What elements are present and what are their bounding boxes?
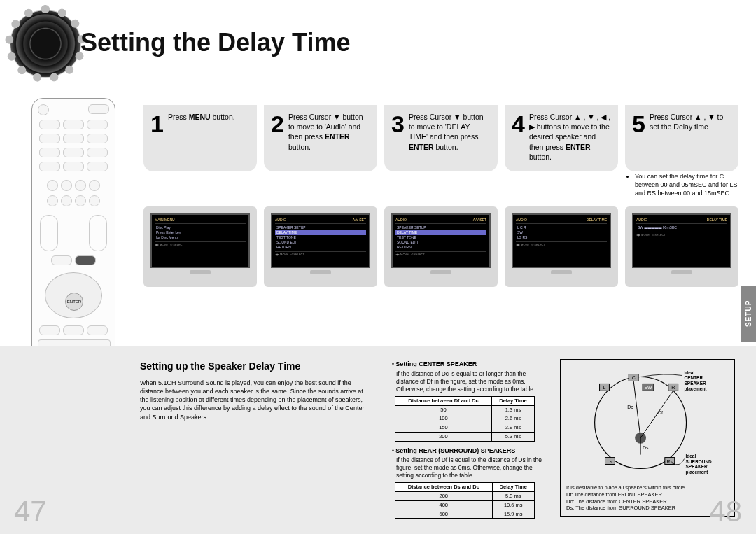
tv-screenshot-1: MAIN MENUDisc PlayPress Enter keyfor Dis… <box>144 206 257 287</box>
step-5: 5 Press Cursor ▲ , ▼ to set the Delay ti… <box>625 105 738 171</box>
center-delay-table: Distance between Df and DcDelay Time501.… <box>395 396 535 442</box>
step-number: 3 <box>391 112 405 162</box>
speaker-icon <box>10 10 80 77</box>
svg-text:Ds: Ds <box>643 445 649 450</box>
step-number: 1 <box>150 112 164 162</box>
lower-section: Setting up the Speaker Delay Time When 5… <box>0 346 756 534</box>
step-text: Press Cursor ▼ button to move to 'DELAY … <box>409 112 491 162</box>
tv-screenshot-5: AUDIODELAY TIMESW ▬▬▬▬▬ 00mSEC◀▶ MOVE ⏎ … <box>625 206 738 287</box>
step-text: Press Cursor ▲ , ▼ to set the Delay time <box>650 112 732 162</box>
svg-line-14 <box>634 381 640 437</box>
page-title: Setting the Delay Time <box>80 28 350 57</box>
svg-text:L: L <box>603 385 606 390</box>
note-text: You can set the delay time for C between… <box>625 169 741 200</box>
step-text: Press Cursor ▼ button to move to 'Audio'… <box>288 112 370 162</box>
tv-screenshot-3: AUDIOA/V SETSPEAKER SETUPDELAY TIMETEST … <box>384 206 498 287</box>
tv-screenshot-4: AUDIODELAY TIMEL C R SWLS RS◀▶ MOVE ⏎ SE… <box>505 206 618 287</box>
step-3: 3 Press Cursor ▼ button to move to 'DELA… <box>384 105 498 171</box>
steps-row: 1 Press MENU button. 2 Press Cursor ▼ bu… <box>144 105 746 171</box>
step-number: 4 <box>512 112 525 162</box>
svg-text:SW: SW <box>644 385 652 390</box>
lower-heading: Setting up the Speaker Delay Time <box>140 360 300 372</box>
page-number-left: 47 <box>14 495 47 528</box>
lower-paragraph: When 5.1CH Surround Sound is played, you… <box>140 379 371 421</box>
svg-line-15 <box>640 391 673 437</box>
svg-text:Ls: Ls <box>608 459 613 464</box>
svg-text:Df: Df <box>658 410 663 415</box>
speaker-placement-diagram: L C SW R Ls Rs Dc Df Ds IdealCENTERSPEAK… <box>560 359 735 517</box>
step-number: 2 <box>271 112 284 162</box>
tv-screenshot-2: AUDIOA/V SETSPEAKER SETUPDELAY TIMETEST … <box>264 206 377 287</box>
svg-text:C: C <box>632 375 636 380</box>
setup-tab: SETUP <box>741 286 756 342</box>
svg-text:R: R <box>671 385 675 390</box>
svg-text:IdealCENTERSPEAKERplacement: IdealCENTERSPEAKERplacement <box>685 370 708 393</box>
step-1: 1 Press MENU button. <box>144 105 257 171</box>
page-number-right: 48 <box>709 495 742 528</box>
screens-row: MAIN MENUDisc PlayPress Enter keyfor Dis… <box>144 206 746 287</box>
center-rear-column: • Setting CENTER SPEAKER If the distance… <box>392 360 550 524</box>
rear-delay-table: Distance between Ds and DcDelay Time2005… <box>395 482 535 519</box>
svg-text:IdealSURROUNDSPEAKERplacement: IdealSURROUNDSPEAKERplacement <box>686 454 713 476</box>
svg-text:Dc: Dc <box>627 405 634 409</box>
step-number: 5 <box>632 112 645 162</box>
step-text: Press MENU button. <box>168 112 235 162</box>
step-2: 2 Press Cursor ▼ button to move to 'Audi… <box>264 105 377 171</box>
step-text: Press Cursor ▲ , ▼ , ◀ , ▶ buttons to mo… <box>529 112 611 162</box>
step-4: 4 Press Cursor ▲ , ▼ , ◀ , ▶ buttons to … <box>505 105 618 171</box>
